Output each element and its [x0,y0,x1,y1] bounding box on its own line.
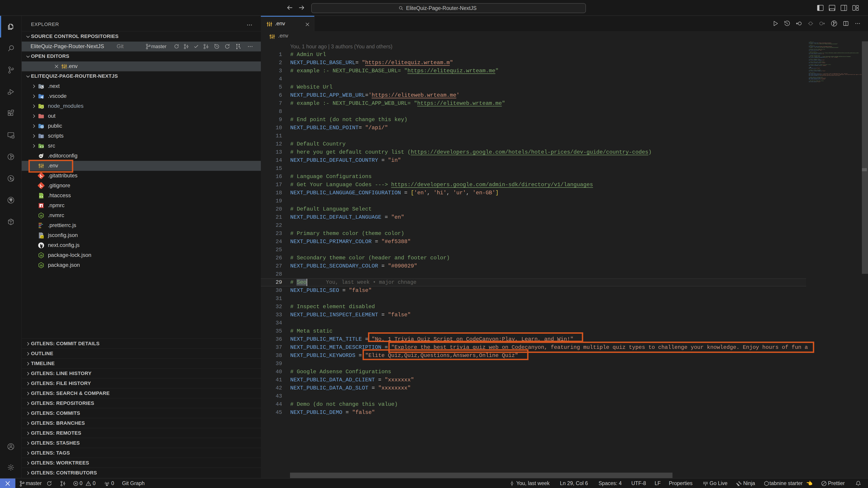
svg-text:JS: JS [39,254,42,257]
svg-text:JS: JS [39,215,42,217]
svg-text:JS: JS [41,236,43,238]
svg-text:JS: JS [39,264,42,267]
